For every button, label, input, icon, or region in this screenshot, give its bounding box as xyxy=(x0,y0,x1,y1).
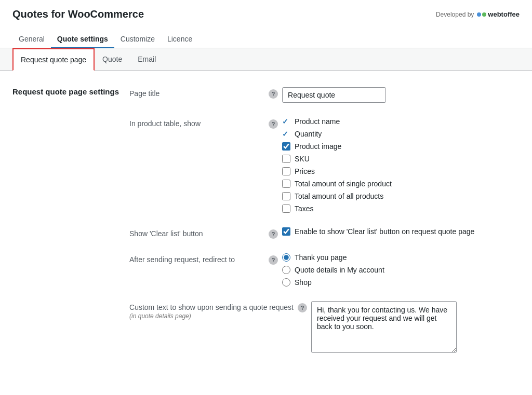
input-total-all[interactable] xyxy=(282,192,290,200)
input-clear-list[interactable] xyxy=(282,227,290,236)
input-product-image[interactable] xyxy=(282,142,290,151)
control-redirect: Thank you page Quote details in My accou… xyxy=(282,253,520,287)
label-product-image: Product image xyxy=(295,142,341,151)
radio-thank-you[interactable]: Thank you page xyxy=(282,253,520,262)
sub-nav-quote[interactable]: Quote xyxy=(95,48,130,70)
logo-text: webtoffee xyxy=(488,10,520,18)
input-my-account[interactable] xyxy=(282,266,290,274)
input-taxes[interactable] xyxy=(282,205,290,213)
page-header: Quotes for WooCommerce Developed by webt… xyxy=(0,0,532,20)
checkbox-sku[interactable]: SKU xyxy=(282,155,520,163)
checkbox-product-image[interactable]: Product image xyxy=(282,142,520,151)
label-redirect: After sending request, redirect to xyxy=(129,253,264,264)
label-thank-you: Thank you page xyxy=(295,253,347,262)
control-custom-text: Hi, thank you for contacting us. We have… xyxy=(311,301,520,355)
row-redirect: After sending request, redirect to ? Tha… xyxy=(129,253,520,287)
radio-my-account[interactable]: Quote details in My account xyxy=(282,266,520,274)
main-nav: General Quote settings Customize Licence xyxy=(0,24,532,48)
logo-dots xyxy=(477,12,486,17)
checkbox-taxes[interactable]: Taxes xyxy=(282,205,520,213)
checkmark-product-name: ✓ xyxy=(282,117,290,126)
main-nav-quote-settings[interactable]: Quote settings xyxy=(51,31,114,48)
input-total-single[interactable] xyxy=(282,180,290,188)
page-title: Quotes for WooCommerce xyxy=(12,8,144,20)
label-product-table: In product table, show xyxy=(129,117,264,128)
input-thank-you[interactable] xyxy=(282,253,290,262)
input-sku[interactable] xyxy=(282,155,290,163)
radio-shop[interactable]: Shop xyxy=(282,278,520,287)
control-clear-list: Enable to show 'Clear list' button on re… xyxy=(282,227,520,236)
label-clear-list-enable: Enable to show 'Clear list' button on re… xyxy=(295,227,474,236)
redirect-radios: Thank you page Quote details in My accou… xyxy=(282,253,520,287)
control-page-title xyxy=(282,87,520,103)
label-custom-text-main: Custom text to show upon sending a quote… xyxy=(129,303,294,311)
input-prices[interactable] xyxy=(282,167,290,175)
row-clear-list: Show 'Clear list' button ? Enable to sho… xyxy=(129,227,520,239)
checkbox-total-single[interactable]: Total amount of single product xyxy=(282,180,520,188)
help-icon-page-title[interactable]: ? xyxy=(269,89,278,99)
control-product-table: ✓ Product name ✓ Quantity Pro xyxy=(282,117,520,213)
checkbox-total-all[interactable]: Total amount of all products xyxy=(282,192,520,200)
help-icon-custom-text[interactable]: ? xyxy=(298,303,307,312)
label-shop: Shop xyxy=(295,278,312,287)
input-shop[interactable] xyxy=(282,278,290,287)
row-custom-text: Custom text to show upon sending a quote… xyxy=(129,301,520,355)
checkbox-product-name[interactable]: ✓ Product name xyxy=(282,117,520,126)
label-my-account: Quote details in My account xyxy=(295,266,384,274)
help-icon-product-table[interactable]: ? xyxy=(269,119,278,129)
webtoffee-logo: webtoffee xyxy=(477,10,520,18)
sub-nav: Request quote page Quote Email xyxy=(0,48,532,71)
main-nav-general[interactable]: General xyxy=(12,31,51,48)
custom-text-textarea[interactable]: Hi, thank you for contacting us. We have… xyxy=(311,301,457,353)
row-page-title: Page title ? xyxy=(129,87,520,103)
label-custom-text-sub: (in quote details page) xyxy=(129,312,294,320)
label-page-title: Page title xyxy=(129,87,264,98)
help-icon-clear-list[interactable]: ? xyxy=(269,229,278,239)
page-title-input[interactable] xyxy=(282,87,386,103)
product-table-checkboxes: ✓ Product name ✓ Quantity Pro xyxy=(282,117,520,213)
settings-rows: Page title ? In product table, show ? xyxy=(129,87,520,369)
section-title: Request quote page settings xyxy=(12,87,129,369)
developed-by: Developed by webtoffee xyxy=(436,10,520,18)
label-sku: SKU xyxy=(295,155,310,163)
checkbox-quantity[interactable]: ✓ Quantity xyxy=(282,130,520,138)
main-nav-licence[interactable]: Licence xyxy=(161,31,198,48)
logo-dot-blue xyxy=(477,12,481,17)
label-taxes: Taxes xyxy=(295,205,314,213)
help-icon-redirect[interactable]: ? xyxy=(269,255,278,265)
sub-nav-request-quote-page[interactable]: Request quote page xyxy=(12,48,95,71)
developed-by-label: Developed by xyxy=(436,11,474,18)
settings-section: Request quote page settings Page title ?… xyxy=(12,87,520,369)
checkbox-prices[interactable]: Prices xyxy=(282,167,520,175)
sub-nav-email[interactable]: Email xyxy=(130,48,164,70)
row-product-table: In product table, show ? ✓ Product name … xyxy=(129,117,520,213)
label-product-name: Product name xyxy=(295,117,340,126)
main-nav-customize[interactable]: Customize xyxy=(114,31,161,48)
logo-dot-green xyxy=(482,12,486,17)
checkbox-clear-list[interactable]: Enable to show 'Clear list' button on re… xyxy=(282,227,520,236)
label-clear-list: Show 'Clear list' button xyxy=(129,227,264,238)
label-custom-text: Custom text to show upon sending a quote… xyxy=(129,301,294,320)
label-prices: Prices xyxy=(295,167,315,175)
label-total-single: Total amount of single product xyxy=(295,180,392,188)
label-total-all: Total amount of all products xyxy=(295,192,383,200)
checkmark-quantity: ✓ xyxy=(282,130,290,138)
content-area: Request quote page settings Page title ?… xyxy=(0,71,532,386)
label-quantity: Quantity xyxy=(295,130,322,138)
